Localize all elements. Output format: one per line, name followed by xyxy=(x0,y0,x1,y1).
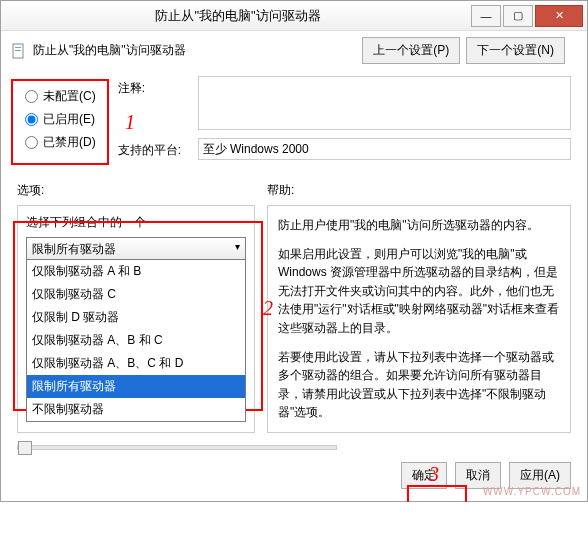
radio-enabled-label: 已启用(E) xyxy=(43,111,95,128)
next-setting-button[interactable]: 下一个设置(N) xyxy=(466,37,565,64)
h-scrollbar[interactable] xyxy=(17,445,337,450)
platform-value xyxy=(198,138,571,160)
header-subtitle: 防止从"我的电脑"访问驱动器 xyxy=(33,42,186,59)
drive-option[interactable]: 仅限制驱动器 A、B 和 C xyxy=(27,329,245,352)
lower-section: 选项: 选择下列组合中的一个 限制所有驱动器 仅限制驱动器 A 和 B 仅限制驱… xyxy=(1,178,587,441)
options-column: 选项: 选择下列组合中的一个 限制所有驱动器 仅限制驱动器 A 和 B 仅限制驱… xyxy=(17,178,255,433)
drive-option[interactable]: 不限制驱动器 xyxy=(27,398,245,421)
comment-label: 注释: xyxy=(118,76,190,97)
cancel-button[interactable]: 取消 xyxy=(455,462,501,489)
radio-enabled-input[interactable] xyxy=(25,113,38,126)
comment-input[interactable] xyxy=(198,76,571,130)
h-scrollbar-thumb[interactable] xyxy=(18,441,32,455)
radio-disabled[interactable]: 已禁用(D) xyxy=(25,134,96,151)
drive-option[interactable]: 限制所有驱动器 xyxy=(27,375,245,398)
header: 防止从"我的电脑"访问驱动器 上一个设置(P) 下一个设置(N) xyxy=(1,31,587,70)
help-panel[interactable]: 防止用户使用"我的电脑"访问所选驱动器的内容。 如果启用此设置，则用户可以浏览"… xyxy=(267,205,571,433)
radio-unconfigured-label: 未配置(C) xyxy=(43,88,96,105)
radio-disabled-label: 已禁用(D) xyxy=(43,134,96,151)
config-area: 未配置(C) 已启用(E) 已禁用(D) 注释: 支持的平台: xyxy=(1,70,587,178)
drive-combo-list: 仅限制驱动器 A 和 B 仅限制驱动器 C 仅限制 D 驱动器 仅限制驱动器 A… xyxy=(26,259,246,422)
apply-button[interactable]: 应用(A) xyxy=(509,462,571,489)
platform-label: 支持的平台: xyxy=(118,138,190,159)
fields-column: 注释: 支持的平台: xyxy=(118,76,571,168)
nav-buttons: 上一个设置(P) 下一个设置(N) xyxy=(362,37,577,64)
comment-row: 注释: xyxy=(118,76,571,130)
drive-option[interactable]: 仅限制驱动器 C xyxy=(27,283,245,306)
policy-icon xyxy=(11,43,27,59)
drive-option[interactable]: 仅限制驱动器 A 和 B xyxy=(27,260,245,283)
options-panel: 选择下列组合中的一个 限制所有驱动器 仅限制驱动器 A 和 B 仅限制驱动器 C… xyxy=(17,205,255,433)
watermark: WWW.YPCW.COM xyxy=(483,486,581,497)
window-controls: — ▢ ✕ xyxy=(471,5,583,27)
options-title: 选择下列组合中的一个 xyxy=(26,214,246,231)
close-button[interactable]: ✕ xyxy=(535,5,583,27)
minimize-button[interactable]: — xyxy=(471,5,501,27)
ok-button[interactable]: 确定 xyxy=(401,462,447,489)
radio-enabled[interactable]: 已启用(E) xyxy=(25,111,96,128)
platform-row: 支持的平台: xyxy=(118,138,571,160)
drive-option[interactable]: 仅限制 D 驱动器 xyxy=(27,306,245,329)
maximize-button[interactable]: ▢ xyxy=(503,5,533,27)
window-title: 防止从"我的电脑"访问驱动器 xyxy=(5,7,471,25)
titlebar: 防止从"我的电脑"访问驱动器 — ▢ ✕ xyxy=(1,1,587,31)
drive-option[interactable]: 仅限制驱动器 A、B、C 和 D xyxy=(27,352,245,375)
help-text: 注意: 代表指定驱动器的图标仍会出现在"我的电脑"中，但是如果用户双击这些图标，… xyxy=(278,432,560,433)
radio-disabled-input[interactable] xyxy=(25,136,38,149)
help-column: 帮助: 防止用户使用"我的电脑"访问所选驱动器的内容。 如果启用此设置，则用户可… xyxy=(267,178,571,433)
help-label: 帮助: xyxy=(267,178,571,205)
help-text: 若要使用此设置，请从下拉列表中选择一个驱动器或多个驱动器的组合。如果要允许访问所… xyxy=(278,348,560,422)
slider-row xyxy=(1,441,587,454)
radio-unconfigured-input[interactable] xyxy=(25,90,38,103)
svg-rect-1 xyxy=(15,47,21,48)
radio-unconfigured[interactable]: 未配置(C) xyxy=(25,88,96,105)
options-label: 选项: xyxy=(17,178,255,205)
state-radio-group: 未配置(C) 已启用(E) 已禁用(D) xyxy=(17,76,104,168)
svg-rect-2 xyxy=(15,50,21,51)
prev-setting-button[interactable]: 上一个设置(P) xyxy=(362,37,460,64)
drive-combo[interactable]: 限制所有驱动器 仅限制驱动器 A 和 B 仅限制驱动器 C 仅限制 D 驱动器 … xyxy=(26,237,246,262)
dialog-window: 防止从"我的电脑"访问驱动器 — ▢ ✕ 防止从"我的电脑"访问驱动器 上一个设… xyxy=(0,0,588,502)
help-text: 防止用户使用"我的电脑"访问所选驱动器的内容。 xyxy=(278,216,560,235)
help-text: 如果启用此设置，则用户可以浏览"我的电脑"或 Windows 资源管理器中所选驱… xyxy=(278,245,560,338)
